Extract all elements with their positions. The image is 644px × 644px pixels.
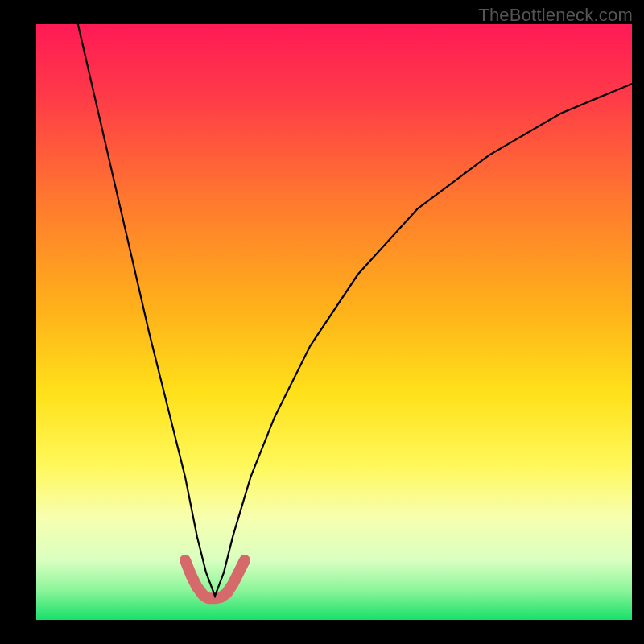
bottleneck-chart	[36, 24, 632, 620]
chart-frame: TheBottleneck.com	[0, 0, 644, 644]
plot-area	[36, 24, 632, 620]
gradient-background	[36, 24, 632, 620]
watermark-text: TheBottleneck.com	[478, 5, 633, 26]
